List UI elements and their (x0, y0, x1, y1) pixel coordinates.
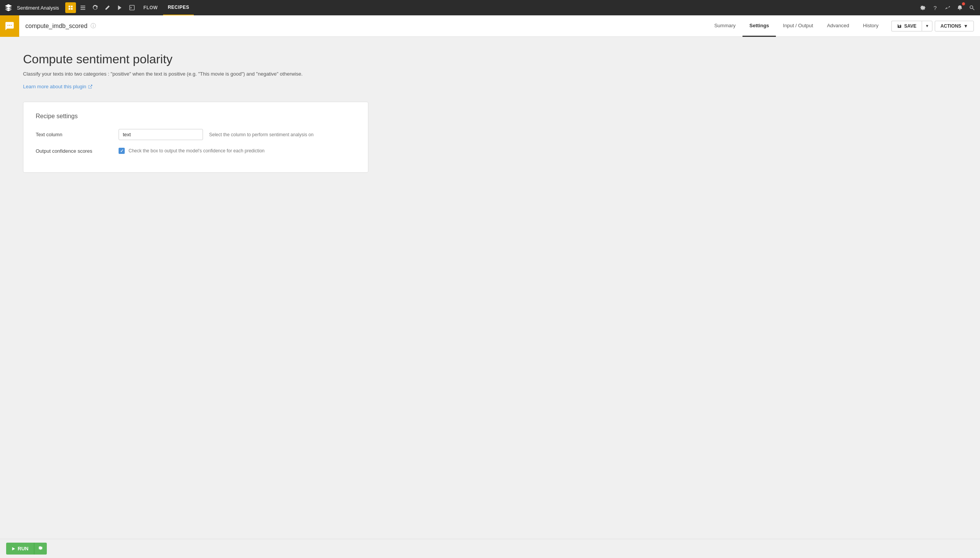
toolbar: compute_imdb_scored ⓘ Summary Settings I… (0, 15, 980, 37)
save-icon (897, 24, 902, 28)
output-confidence-row: Output confidence scores Check the box t… (36, 148, 356, 154)
toolbar-tabs: Summary Settings Input / Output Advanced… (707, 15, 885, 37)
external-link-icon (88, 84, 92, 89)
page-description: Classify your texts into two categories … (23, 71, 957, 77)
actions-button[interactable]: ACTIONS ▼ (935, 21, 974, 31)
dataset-name: compute_imdb_scored (25, 23, 87, 30)
play-icon[interactable] (114, 2, 125, 13)
refresh-icon[interactable] (90, 2, 101, 13)
app-title: Sentiment Analysis (17, 5, 59, 11)
search-icon[interactable] (967, 3, 977, 13)
svg-rect-4 (130, 5, 134, 10)
chart-icon[interactable] (942, 3, 952, 13)
text-column-row: Text column Select the column to perform… (36, 129, 356, 140)
terminal-icon[interactable] (127, 2, 137, 13)
learn-more-link[interactable]: Learn more about this plugin (23, 84, 92, 89)
topbar-nav: FLOW RECIPES (139, 0, 194, 15)
output-confidence-hint: Check the box to output the model's conf… (129, 148, 265, 154)
svg-rect-2 (81, 9, 85, 10)
topbar: Sentiment Analysis FLOW RECIPES (0, 0, 980, 15)
svg-point-5 (970, 5, 973, 8)
run-settings-button[interactable] (34, 543, 47, 555)
tab-input-output[interactable]: Input / Output (776, 15, 820, 37)
svg-marker-3 (118, 5, 121, 10)
edit-icon[interactable] (102, 2, 113, 13)
toolbar-actions: SAVE ▼ ACTIONS ▼ (891, 21, 974, 31)
tab-summary[interactable]: Summary (707, 15, 742, 37)
settings-card: Recipe settings Text column Select the c… (23, 102, 368, 173)
save-button[interactable]: SAVE (891, 21, 922, 31)
app-logo (3, 2, 14, 13)
tab-advanced[interactable]: Advanced (820, 15, 856, 37)
help-icon[interactable]: ? (930, 3, 940, 13)
topbar-right-icons: ? (918, 3, 977, 13)
svg-marker-7 (12, 547, 15, 550)
notifications-icon[interactable] (955, 3, 965, 13)
run-gear-icon (38, 546, 43, 550)
run-button[interactable]: RUN (6, 543, 34, 555)
plugin-icon[interactable] (65, 2, 76, 13)
text-column-label: Text column (36, 132, 112, 137)
output-confidence-label: Output confidence scores (36, 148, 112, 154)
output-confidence-checkbox-row: Check the box to output the model's conf… (119, 148, 265, 154)
run-button-group: RUN (6, 543, 47, 555)
output-confidence-checkbox[interactable] (119, 148, 125, 154)
bottom-bar: RUN (0, 539, 980, 558)
save-dropdown-button[interactable]: ▼ (922, 21, 932, 31)
text-column-hint: Select the column to perform sentiment a… (209, 132, 313, 137)
topbar-nav-flow[interactable]: FLOW (139, 0, 162, 15)
dataset-info-icon[interactable]: ⓘ (91, 23, 96, 30)
svg-line-6 (972, 8, 974, 10)
tab-settings[interactable]: Settings (742, 15, 776, 37)
topbar-nav-recipes[interactable]: RECIPES (163, 0, 194, 15)
settings-card-title: Recipe settings (36, 113, 356, 120)
settings-icon[interactable] (918, 3, 928, 13)
svg-rect-1 (81, 7, 85, 8)
main-content: Compute sentiment polarity Classify your… (0, 37, 980, 558)
toolbar-logo (0, 15, 19, 37)
stack-icon[interactable] (78, 2, 88, 13)
text-column-input[interactable] (119, 129, 203, 140)
svg-rect-0 (81, 6, 85, 7)
tab-history[interactable]: History (856, 15, 885, 37)
run-play-icon (12, 547, 15, 551)
page-title: Compute sentiment polarity (23, 52, 957, 66)
